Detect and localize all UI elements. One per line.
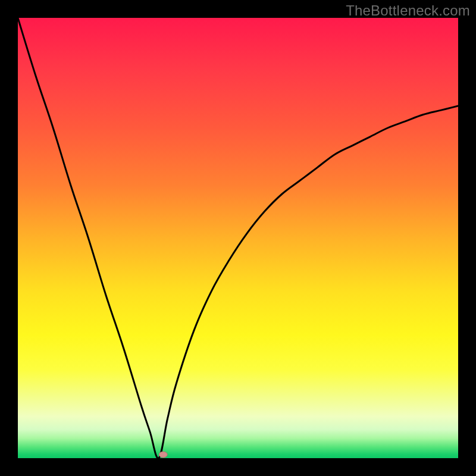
watermark-text: TheBottleneck.com [346, 2, 470, 19]
optimum-marker [159, 452, 167, 458]
plot-area [18, 18, 458, 458]
plot-svg [18, 18, 458, 458]
gradient-background [18, 18, 458, 458]
chart-canvas: TheBottleneck.com [0, 0, 476, 476]
